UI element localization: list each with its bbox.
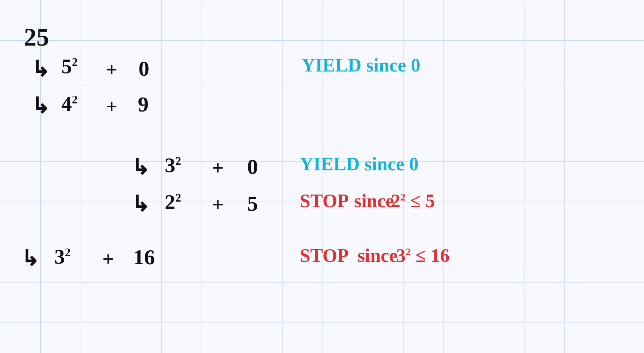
row5-op: + [102, 247, 114, 271]
row1-arrow: ↳ [32, 56, 50, 82]
row3-arrow: ↳ [131, 154, 150, 180]
row3-op: + [212, 156, 224, 179]
row4-annotation-cond: 22 ≤ 5 [391, 190, 435, 212]
row2-base: 42 [61, 92, 78, 116]
row1-op: + [106, 58, 117, 81]
row2-remainder: 9 [138, 92, 149, 117]
row4-base: 22 [165, 190, 181, 214]
row5-remainder: 16 [133, 245, 155, 270]
row4-op: + [212, 193, 224, 216]
row4-annotation-since: since [354, 190, 394, 212]
row3-remainder: 0 [247, 154, 258, 179]
row5-arrow: ↳ [21, 245, 39, 271]
row1-base: 52 [61, 54, 78, 79]
row4-arrow: ↳ [131, 191, 150, 217]
row4-remainder: 5 [247, 191, 258, 216]
row5-annotation-since: since [358, 245, 398, 266]
row5-annotation-stop: STOP [300, 245, 349, 266]
row5-base: 32 [54, 245, 71, 269]
row1-annotation: YIELD since 0 [301, 54, 420, 76]
math-content: 25 ↳ 52 + 0 YIELD since 0 ↳ 42 + 9 ↳ 32 … [0, 0, 644, 353]
row2-arrow: ↳ [32, 93, 50, 118]
row4-annotation-stop: STOP [300, 190, 349, 212]
row2-op: + [106, 95, 117, 118]
row5-annotation-cond: 32 ≤ 16 [396, 245, 449, 266]
row1-remainder: 0 [138, 56, 149, 81]
row3-annotation: YIELD since 0 [300, 153, 419, 175]
number-25: 25 [24, 23, 49, 52]
row3-base: 32 [165, 153, 181, 177]
